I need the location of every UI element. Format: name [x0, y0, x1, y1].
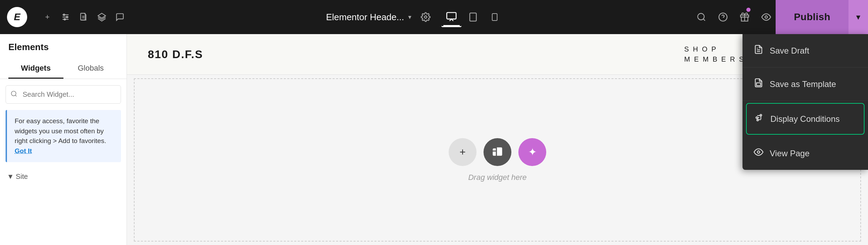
- publish-button-group: Publish ▾: [776, 0, 868, 34]
- notification-dot: [746, 8, 751, 12]
- svg-point-16: [698, 14, 705, 20]
- device-switcher: [441, 7, 505, 27]
- svg-point-5: [64, 18, 66, 20]
- svg-point-10: [425, 16, 427, 18]
- save-draft-label: Save Draft: [770, 46, 809, 56]
- svg-point-3: [66, 16, 68, 18]
- save-draft-icon: [754, 45, 763, 57]
- sidebar-tabs: Widgets Globals: [8, 59, 118, 79]
- svg-line-17: [703, 19, 705, 21]
- top-bar: E +: [0, 0, 868, 34]
- add-section-button[interactable]: +: [449, 138, 477, 166]
- publish-dropdown-menu: Save Draft Save as Template Display Cond…: [743, 34, 868, 170]
- main-area: Elements Widgets Globals For easy access…: [0, 34, 868, 245]
- favorites-info-box: For easy access, favorite the widgets yo…: [6, 110, 121, 162]
- comment-icon[interactable]: [112, 9, 128, 25]
- info-text: For easy access, favorite the widgets yo…: [15, 117, 106, 144]
- display-conditions-item[interactable]: Display Conditions: [746, 103, 865, 135]
- svg-rect-11: [447, 13, 456, 19]
- left-sidebar: Elements Widgets Globals For easy access…: [0, 34, 127, 245]
- desktop-view-button[interactable]: [441, 7, 462, 27]
- add-template-button[interactable]: [484, 138, 511, 166]
- ai-button[interactable]: ✦: [518, 138, 546, 166]
- svg-point-22: [765, 16, 768, 18]
- save-template-label: Save as Template: [770, 79, 836, 89]
- tablet-view-button[interactable]: [463, 7, 483, 27]
- top-bar-left-icons: +: [34, 9, 133, 25]
- sidebar-title: Elements: [8, 42, 118, 53]
- save-draft-item[interactable]: Save Draft: [743, 34, 868, 68]
- site-label: ▼ Site: [7, 173, 120, 181]
- display-conditions-icon: [754, 113, 764, 125]
- elementor-logo[interactable]: E: [0, 0, 34, 34]
- svg-point-30: [756, 117, 758, 119]
- drag-label: Drag widget here: [468, 173, 527, 182]
- document-settings-button[interactable]: [417, 8, 434, 26]
- view-page-icon: [754, 147, 763, 159]
- save-template-icon: [754, 78, 763, 90]
- top-bar-right-icons: [692, 0, 776, 34]
- sliders-icon[interactable]: [58, 9, 73, 25]
- document-title: Elementor Heade...: [326, 12, 404, 23]
- document-dropdown-arrow: ▾: [408, 13, 411, 21]
- site-section[interactable]: ▼ Site: [0, 166, 127, 187]
- add-new-button[interactable]: +: [40, 9, 55, 25]
- eye-preview-button[interactable]: [757, 0, 776, 34]
- top-bar-center: Elementor Heade... ▾: [133, 7, 692, 27]
- save-as-template-item[interactable]: Save as Template: [743, 68, 868, 101]
- tab-globals[interactable]: Globals: [63, 59, 119, 79]
- layers-icon[interactable]: [94, 9, 109, 25]
- got-it-link[interactable]: Got It: [15, 147, 32, 155]
- svg-rect-14: [492, 14, 497, 21]
- gift-button[interactable]: [735, 0, 754, 34]
- search-button[interactable]: [692, 0, 711, 34]
- search-icon: [10, 90, 17, 99]
- publish-button[interactable]: Publish: [776, 0, 848, 34]
- search-input[interactable]: [6, 85, 121, 104]
- svg-point-23: [12, 91, 16, 96]
- svg-rect-12: [470, 13, 477, 21]
- svg-rect-27: [756, 83, 761, 86]
- view-page-label: View Page: [770, 149, 809, 158]
- document-icon[interactable]: [76, 9, 91, 25]
- mobile-view-button[interactable]: [485, 7, 505, 27]
- svg-point-1: [63, 14, 65, 15]
- document-selector[interactable]: Elementor Heade... ▾: [320, 9, 417, 25]
- logo-letter: E: [7, 7, 27, 27]
- widget-action-buttons: + ✦: [449, 138, 546, 166]
- site-logo: 810 D.F.S: [148, 48, 203, 61]
- svg-line-24: [15, 95, 17, 96]
- sidebar-header: Elements Widgets Globals: [0, 34, 127, 79]
- svg-point-34: [757, 151, 760, 153]
- publish-dropdown-toggle[interactable]: ▾: [848, 0, 868, 34]
- tab-widgets[interactable]: Widgets: [8, 59, 63, 79]
- help-button[interactable]: [714, 0, 732, 34]
- display-conditions-label: Display Conditions: [770, 114, 840, 124]
- search-box: [6, 85, 121, 104]
- view-page-item[interactable]: View Page: [743, 137, 868, 170]
